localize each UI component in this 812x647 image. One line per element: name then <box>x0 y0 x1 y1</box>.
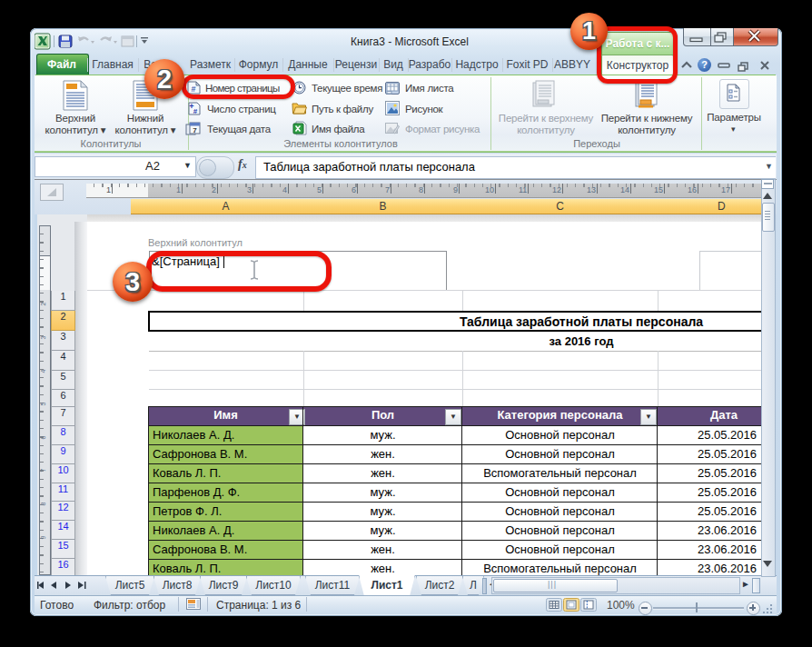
svg-text:#: # <box>193 107 198 115</box>
svg-text:7: 7 <box>193 126 197 134</box>
